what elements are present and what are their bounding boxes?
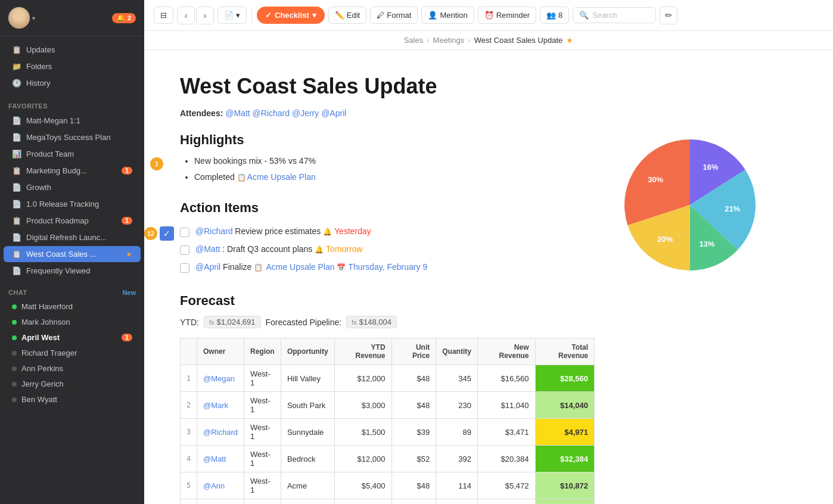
- notification-badge[interactable]: 🔔 2: [112, 13, 136, 23]
- mention-april[interactable]: @April: [321, 108, 346, 118]
- back-button[interactable]: ‹: [177, 7, 195, 24]
- sidebar-item-label: Growth: [26, 183, 51, 192]
- col-region: Region: [244, 338, 281, 365]
- action-checkbox-1[interactable]: [180, 228, 189, 237]
- edit-label: Edit: [347, 11, 360, 20]
- sidebar-item-frequently-viewed[interactable]: 📄 Frequently Viewed: [4, 263, 141, 279]
- sidebar-item-updates[interactable]: 📋 Updates: [4, 42, 141, 58]
- sidebar-item-digital-refresh[interactable]: 📄 Digital Refresh Launc...: [4, 229, 141, 245]
- favorite-star-icon[interactable]: ★: [566, 36, 573, 45]
- compose-button[interactable]: ✏: [660, 7, 677, 24]
- forward-button[interactable]: ›: [196, 7, 214, 24]
- doc-icon: 📄: [12, 183, 21, 192]
- chart-sidebar: 16%21%13%20%30%: [618, 74, 785, 480]
- checklist-button[interactable]: ✓ Checklist ▾: [257, 7, 325, 24]
- template-icon: 📄: [224, 11, 234, 20]
- chat-item-name: Ben Wyatt: [21, 395, 57, 404]
- sidebar-toggle-button[interactable]: ⊟: [154, 7, 173, 24]
- mention-matt[interactable]: @Matt: [195, 244, 220, 254]
- cell-owner[interactable]: @Megan: [197, 365, 244, 392]
- doc-icon: 📄: [12, 200, 21, 209]
- users-button[interactable]: 👥 8: [540, 7, 569, 24]
- cell-owner[interactable]: @Mark: [197, 392, 244, 419]
- cell-new-rev: $5,472: [477, 472, 535, 499]
- chat-item-ben-wyatt[interactable]: Ben Wyatt: [4, 392, 141, 407]
- cell-region: West-1: [244, 499, 281, 505]
- sidebar-item-history[interactable]: 🕐 History: [4, 75, 141, 91]
- page-title: West Coast Sales Update: [180, 74, 595, 99]
- due-yesterday: Yesterday: [334, 226, 371, 236]
- cell-owner[interactable]: @Matt: [197, 446, 244, 472]
- cell-ytd: $3,000: [334, 392, 391, 419]
- sidebar-item-west-coast-sales[interactable]: 📋 West Coast Sales ... ★: [4, 246, 141, 262]
- sidebar-item-label: Frequently Viewed: [26, 266, 90, 275]
- sidebar-item-megatoys[interactable]: 📄 MegaToys Success Plan: [4, 129, 141, 145]
- chat-new-button[interactable]: New: [122, 289, 136, 296]
- cell-owner[interactable]: @Richard: [197, 419, 244, 446]
- badge-1: 1: [150, 157, 163, 170]
- sidebar-item-marketing-budget[interactable]: 📋 Marketing Budg... 1: [4, 163, 141, 179]
- doc-icon: 📊: [12, 150, 21, 158]
- mention-richard[interactable]: @Richard: [195, 226, 232, 236]
- sidebar-item-matt-megan[interactable]: 📄 Matt-Megan 1:1: [4, 113, 141, 129]
- toolbar: ⊟ ‹ › 📄 ▾ ✓ Checklist ▾ ✏️ Edit 🖊 Format…: [144, 0, 833, 31]
- mention-icon: 👤: [428, 11, 437, 20]
- sidebar-item-product-team[interactable]: 📊 Product Team: [4, 146, 141, 162]
- search-placeholder: Search: [592, 11, 617, 20]
- checkbox-checked-badge[interactable]: ✓: [160, 226, 174, 241]
- mention-button[interactable]: 👤 Mention: [421, 7, 474, 24]
- avatar[interactable]: [8, 7, 30, 29]
- reminder-button[interactable]: ⏰ Reminder: [478, 7, 536, 24]
- ytd-chip: fx $1,024,691: [204, 316, 261, 328]
- chat-item-mark-johnson[interactable]: Mark Johnson: [4, 315, 141, 329]
- cell-qty: 87: [436, 499, 478, 505]
- format-button[interactable]: 🖊 Format: [370, 7, 418, 24]
- table-row: 4 @Matt West-1 Bedrock $12,000 $52 392 $…: [181, 446, 595, 472]
- chat-item-name: Mark Johnson: [21, 318, 70, 326]
- pie-svg: 16%21%13%20%30%: [618, 133, 761, 276]
- highlight-item: New bookings mix - 53% vs 47%: [194, 155, 595, 167]
- search-bar[interactable]: 🔍 Search: [573, 7, 656, 23]
- breadcrumb-sep-1: ›: [427, 36, 429, 45]
- acme-upsale-link[interactable]: Acme Upsale Plan: [266, 262, 334, 272]
- sidebar-item-label: West Coast Sales ...: [26, 250, 97, 259]
- cell-qty: 345: [436, 365, 478, 392]
- breadcrumb-meetings[interactable]: Meetings: [433, 36, 465, 45]
- search-icon: 🔍: [579, 11, 589, 20]
- cell-owner[interactable]: @Jerry: [197, 499, 244, 505]
- cell-owner[interactable]: @Ann: [197, 472, 244, 499]
- sidebar-item-label: MegaToys Success Plan: [26, 133, 111, 142]
- mention-richard[interactable]: @Richard: [253, 108, 290, 118]
- mention-april[interactable]: @April: [195, 262, 220, 272]
- cell-new-rev: $20,384: [477, 446, 535, 472]
- chat-item-ann-perkins[interactable]: Ann Perkins: [4, 361, 141, 376]
- action-checkbox-2[interactable]: [180, 245, 189, 255]
- sidebar-item-growth[interactable]: 📄 Growth: [4, 179, 141, 195]
- chat-item-name: Ann Perkins: [21, 364, 63, 373]
- check-icon: ✓: [265, 11, 272, 20]
- sidebar: ▾ 🔔 2 📋 Updates 📁 Folders 🕐 History Favo…: [0, 0, 144, 504]
- ytd-value: $1,024,691: [216, 318, 255, 326]
- sidebar-nav: 📋 Updates 📁 Folders 🕐 History: [0, 36, 144, 97]
- breadcrumb-sales[interactable]: Sales: [404, 36, 424, 45]
- sidebar-item-product-roadmap[interactable]: 📋 Product Roadmap 1: [4, 213, 141, 229]
- chat-item-richard-traeger[interactable]: Richard Traeger: [4, 346, 141, 360]
- cell-opportunity: Bedrock: [281, 446, 334, 472]
- chat-item-jerry-gerich[interactable]: Jerry Gerich: [4, 377, 141, 391]
- chat-item-matt-haverford[interactable]: Matt Haverford: [4, 299, 141, 314]
- cell-unit: $48: [391, 472, 436, 499]
- action-checkbox-3[interactable]: [180, 263, 189, 273]
- acme-link[interactable]: Acme Upsale Plan: [247, 172, 316, 182]
- chat-item-april-west[interactable]: April West 1: [4, 330, 141, 345]
- sidebar-item-folders[interactable]: 📁 Folders: [4, 58, 141, 74]
- template-button[interactable]: 📄 ▾: [217, 7, 247, 24]
- chat-section: Chat New Matt Haverford Mark Johnson Apr…: [0, 279, 144, 412]
- cell-opportunity: Gotham: [281, 499, 334, 505]
- cell-unit: $48: [391, 392, 436, 419]
- action-item-3: @April Finalize 📋 Acme Upsale Plan 📅 Thu…: [180, 259, 595, 276]
- edit-button[interactable]: ✏️ Edit: [328, 7, 366, 24]
- mention-matt[interactable]: @Matt: [225, 108, 250, 118]
- mention-jerry[interactable]: @Jerry: [292, 108, 319, 118]
- sidebar-item-release-tracking[interactable]: 📄 1.0 Release Tracking: [4, 196, 141, 212]
- content-area: West Coast Sales Update Attendees: @Matt…: [144, 50, 833, 504]
